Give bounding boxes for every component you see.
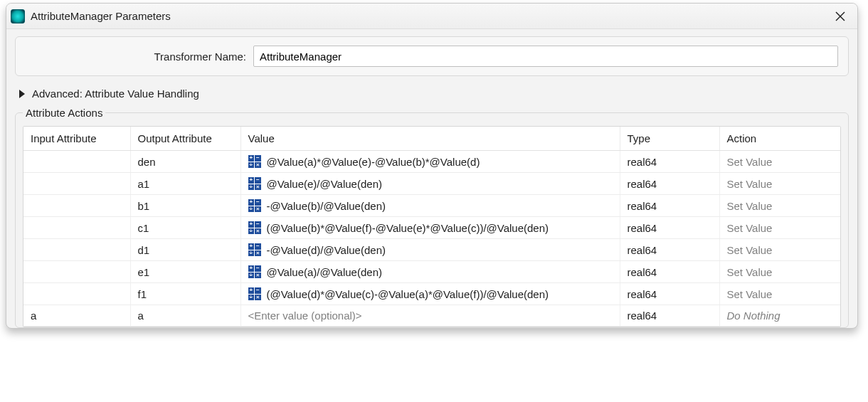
cell-action[interactable]: Set Value [719,217,840,239]
cell-output-attribute[interactable]: den [130,151,240,173]
cell-output-attribute[interactable]: e1 [130,261,240,283]
value-text: @Value(e)/@Value(den) [267,178,382,190]
table-row[interactable]: d1+−÷×-@Value(d)/@Value(den)real64Set Va… [23,239,840,261]
transformer-name-input[interactable] [253,46,838,67]
cell-input-attribute[interactable] [23,261,130,283]
cell-action[interactable]: Set Value [719,195,840,217]
advanced-label: Advanced: Attribute Value Handling [32,88,199,100]
table-header-row: Input Attribute Output Attribute Value T… [23,127,840,151]
transformer-name-label: Transformer Name: [26,51,253,63]
col-output-attribute[interactable]: Output Attribute [130,127,240,151]
dialog-body: Transformer Name: Advanced: Attribute Va… [6,29,857,328]
arithmetic-icon: +−÷× [248,155,261,168]
table-row[interactable]: b1+−÷×-@Value(b)/@Value(den)real64Set Va… [23,195,840,217]
cell-input-attribute[interactable] [23,283,130,305]
cell-type[interactable]: real64 [620,195,719,217]
value-text: -@Value(d)/@Value(den) [267,244,386,256]
cell-input-attribute[interactable] [23,173,130,195]
cell-input-attribute[interactable] [23,239,130,261]
cell-input-attribute[interactable] [23,217,130,239]
cell-output-attribute[interactable]: c1 [130,217,240,239]
attribute-actions-legend: Attribute Actions [23,107,105,119]
table-row[interactable]: a1+−÷×@Value(e)/@Value(den)real64Set Val… [23,173,840,195]
cell-output-attribute[interactable]: b1 [130,195,240,217]
transformer-name-row: Transformer Name: [15,36,849,76]
cell-type[interactable]: real64 [620,151,719,173]
value-text: <Enter value (optional)> [248,310,362,322]
table-row[interactable]: f1+−÷×(@Value(d)*@Value(c)-@Value(a)*@Va… [23,283,840,305]
cell-type[interactable]: real64 [620,217,719,239]
col-input-attribute[interactable]: Input Attribute [23,127,130,151]
cell-value[interactable]: +−÷×@Value(a)/@Value(den) [240,261,620,283]
cell-type[interactable]: real64 [620,283,719,305]
arithmetic-icon: +−÷× [248,199,261,212]
cell-value[interactable]: +−÷×-@Value(d)/@Value(den) [240,239,620,261]
arithmetic-icon: +−÷× [248,287,261,300]
cell-output-attribute[interactable]: a1 [130,173,240,195]
value-text: @Value(a)/@Value(den) [267,266,382,278]
cell-input-attribute[interactable] [23,195,130,217]
cell-value[interactable]: +−÷×@Value(a)*@Value(e)-@Value(b)*@Value… [240,151,620,173]
arithmetic-icon: +−÷× [248,177,261,190]
arithmetic-icon: +−÷× [248,265,261,278]
cell-type[interactable]: real64 [620,261,719,283]
app-icon [11,9,25,23]
value-text: (@Value(b)*@Value(f)-@Value(e)*@Value(c)… [267,222,549,234]
chevron-right-icon [19,90,25,98]
arithmetic-icon: +−÷× [248,243,261,256]
value-text: @Value(a)*@Value(e)-@Value(b)*@Value(d) [267,156,480,168]
cell-type[interactable]: real64 [620,239,719,261]
table-row[interactable]: e1+−÷×@Value(a)/@Value(den)real64Set Val… [23,261,840,283]
close-button[interactable] [830,6,850,26]
cell-input-attribute[interactable] [23,151,130,173]
cell-action[interactable]: Set Value [719,261,840,283]
attribute-actions-group: Attribute Actions Input Attribute Output… [15,107,849,328]
close-icon [835,11,845,21]
table-row[interactable]: c1+−÷×(@Value(b)*@Value(f)-@Value(e)*@Va… [23,217,840,239]
window-title: AttributeManager Parameters [31,10,830,22]
cell-value[interactable]: +−÷×(@Value(b)*@Value(f)-@Value(e)*@Valu… [240,217,620,239]
cell-output-attribute[interactable]: f1 [130,283,240,305]
cell-output-attribute[interactable]: a [130,305,240,327]
cell-output-attribute[interactable]: d1 [130,239,240,261]
cell-value[interactable]: +−÷×@Value(e)/@Value(den) [240,173,620,195]
attribute-grid[interactable]: Input Attribute Output Attribute Value T… [23,126,841,327]
col-action[interactable]: Action [719,127,840,151]
cell-action[interactable]: Set Value [719,173,840,195]
cell-action[interactable]: Set Value [719,283,840,305]
value-text: (@Value(d)*@Value(c)-@Value(a)*@Value(f)… [267,288,549,300]
cell-value[interactable]: +−÷×-@Value(b)/@Value(den) [240,195,620,217]
cell-action[interactable]: Set Value [719,239,840,261]
cell-action[interactable]: Set Value [719,151,840,173]
arithmetic-icon: +−÷× [248,221,261,234]
cell-action[interactable]: Do Nothing [719,305,840,327]
advanced-toggle[interactable]: Advanced: Attribute Value Handling [15,86,849,107]
col-type[interactable]: Type [620,127,719,151]
table-row[interactable]: aa<Enter value (optional)>real64Do Nothi… [23,305,840,327]
cell-input-attribute[interactable]: a [23,305,130,327]
cell-value[interactable]: +−÷×(@Value(d)*@Value(c)-@Value(a)*@Valu… [240,283,620,305]
table-row[interactable]: den+−÷×@Value(a)*@Value(e)-@Value(b)*@Va… [23,151,840,173]
torn-edge [0,375,868,402]
cell-value[interactable]: <Enter value (optional)> [240,305,620,327]
title-bar: AttributeManager Parameters [6,4,857,29]
cell-type[interactable]: real64 [620,173,719,195]
cell-type[interactable]: real64 [620,305,719,327]
value-text: -@Value(b)/@Value(den) [267,200,386,212]
col-value[interactable]: Value [240,127,620,151]
dialog-window: AttributeManager Parameters Transformer … [6,3,858,329]
